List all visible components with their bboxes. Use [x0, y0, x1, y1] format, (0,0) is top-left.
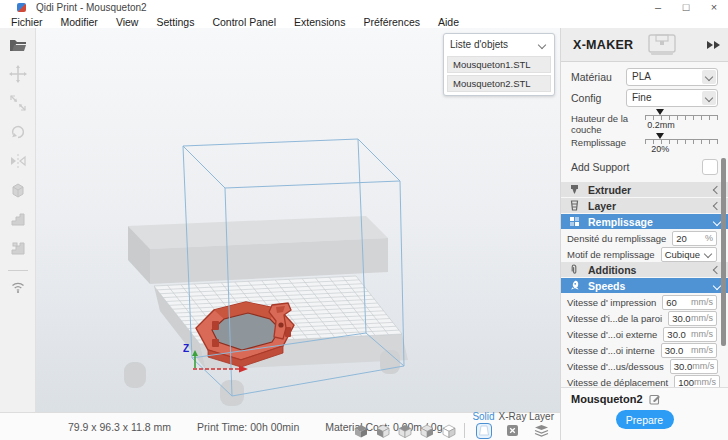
- support-blocker-icon[interactable]: [8, 210, 28, 228]
- infill-density-field[interactable]: 20 %: [672, 231, 717, 246]
- menu-modifier[interactable]: Modifier: [52, 16, 107, 28]
- section-additions[interactable]: Additions: [561, 262, 728, 277]
- toolbar-separator: [8, 270, 28, 271]
- speed-field[interactable]: 60 mm/s: [662, 295, 717, 310]
- infill-label: Remplissage: [571, 134, 645, 148]
- menu-view[interactable]: View: [107, 16, 148, 28]
- object-list-item[interactable]: Mousqueton1.STL: [447, 56, 551, 73]
- speed-value: 30.0: [665, 345, 684, 356]
- section-extruder[interactable]: Extruder: [561, 182, 728, 197]
- close-button[interactable]: ×: [700, 0, 728, 15]
- infill-slider[interactable]: 20%: [645, 139, 718, 144]
- object-list-item[interactable]: Mousqueton2.STL: [447, 75, 551, 92]
- config-select-button[interactable]: [702, 91, 716, 105]
- layer-height-value: 0.2mm: [647, 120, 675, 130]
- solid-label[interactable]: Solid: [469, 411, 498, 422]
- section-label: Speeds: [588, 280, 625, 292]
- section-remplissage[interactable]: Remplissage: [561, 214, 728, 229]
- view-front-icon[interactable]: [372, 424, 394, 438]
- view-right-icon[interactable]: [438, 424, 460, 438]
- layer-label[interactable]: Layer: [527, 411, 556, 422]
- open-file-icon[interactable]: [8, 36, 28, 54]
- move-icon[interactable]: [8, 65, 28, 83]
- add-support-row: Add Support: [561, 157, 728, 177]
- speed-field[interactable]: 30.0 mm/s: [663, 327, 717, 342]
- menu-settings[interactable]: Settings: [147, 16, 203, 28]
- material-select-button[interactable]: [702, 70, 716, 84]
- settings-scrollbar[interactable]: [721, 158, 726, 346]
- chevron-down-icon: [704, 250, 712, 258]
- speed-row: Vitesse d'...oi externe 30.0 mm/s: [561, 326, 728, 342]
- config-row: Config Fine: [561, 87, 728, 108]
- speed-field[interactable]: 30.0 mm/s: [670, 359, 719, 374]
- section-label: Remplissage: [588, 216, 653, 228]
- speed-label: Vitesse d'...oi externe: [567, 329, 663, 340]
- infill-pattern-label: Motif de remplissage: [567, 249, 661, 260]
- menu-fichier[interactable]: Fichier: [2, 16, 52, 28]
- infill-slider-handle[interactable]: [656, 133, 664, 143]
- minimize-button[interactable]: –: [644, 0, 672, 15]
- infill-density-value: 20: [676, 233, 687, 244]
- title-bar: Qidi Print - Mousqueton2 – □ ×: [0, 0, 728, 15]
- material-label: Matériau: [571, 71, 626, 83]
- layer-view-icon: [534, 424, 549, 437]
- section-speeds[interactable]: Speeds: [561, 278, 728, 293]
- layer-view-button[interactable]: [527, 424, 556, 437]
- speed-field[interactable]: 30.0 mm/s: [661, 343, 717, 358]
- infill-value: 20%: [651, 144, 669, 154]
- settings-sections: Extruder Layer Remplissage Densité du re…: [561, 182, 728, 413]
- solid-view-button[interactable]: [469, 423, 498, 439]
- object-list-panel: Liste d'objets Mousqueton1.STL Mousqueto…: [443, 33, 555, 96]
- chevron-down-icon[interactable]: [538, 40, 546, 48]
- viewport-3d[interactable]: Z Liste d'objets Mousqueton1.STL Mousque…: [36, 28, 560, 412]
- menu-extensions[interactable]: Extensions: [285, 16, 354, 28]
- speed-unit: mm/s: [691, 329, 713, 339]
- infill-pattern-value: Cubique: [665, 249, 700, 260]
- layer-height-slider-handle[interactable]: [656, 109, 664, 119]
- view-left-icon[interactable]: [416, 424, 438, 438]
- object-list-header[interactable]: Liste d'objets: [447, 37, 551, 54]
- scale-icon[interactable]: [8, 94, 28, 112]
- section-layer[interactable]: Layer: [561, 198, 728, 213]
- settings-panel: X-MAKER Matériau PLA Config Fine Hauteur…: [560, 28, 728, 440]
- speed-row: Vitesse d'...us/dessous 30.0 mm/s: [561, 358, 728, 374]
- speed-value: 100: [678, 377, 694, 388]
- collapse-panel-icon[interactable]: [706, 41, 720, 49]
- menu-control-panel[interactable]: Control Panel: [203, 16, 285, 28]
- section-label: Additions: [588, 264, 636, 276]
- left-toolbar: [0, 28, 36, 412]
- layer-height-slider[interactable]: 0.2mm: [645, 115, 718, 120]
- app-icon: [17, 3, 26, 12]
- speed-label: Vitesse d'i...de la paroi: [567, 313, 668, 324]
- wifi-icon[interactable]: [8, 277, 28, 295]
- prepare-button[interactable]: Prepare: [616, 410, 674, 429]
- view-mode-separator: [464, 423, 465, 438]
- xray-view-button[interactable]: [498, 424, 527, 437]
- rocket-icon: [569, 280, 581, 291]
- mirror-icon[interactable]: [8, 152, 28, 170]
- additions-icon: [569, 264, 581, 275]
- add-support-label: Add Support: [571, 161, 629, 173]
- config-select[interactable]: Fine: [626, 89, 718, 107]
- edit-job-name-icon[interactable]: [649, 393, 661, 405]
- view-3d-icon[interactable]: [350, 424, 372, 438]
- custom-supports-icon[interactable]: [8, 239, 28, 257]
- maximize-button[interactable]: □: [672, 0, 700, 15]
- job-panel: Mousqueton2 Prepare: [561, 387, 728, 440]
- infill-pattern-select[interactable]: Cubique: [661, 247, 717, 262]
- speed-unit: mm/s: [691, 345, 713, 355]
- printer-icon: [647, 33, 677, 57]
- chevron-down-icon: [713, 281, 721, 289]
- view-top-icon[interactable]: [394, 424, 416, 438]
- menu-preferences[interactable]: Préférences: [354, 16, 429, 28]
- rotate-icon[interactable]: [8, 123, 28, 141]
- xray-label[interactable]: X-Ray: [498, 411, 527, 422]
- model-dimensions: 79.9 x 96.3 x 11.8 mm: [68, 421, 171, 433]
- layer-height-label: Hauteur de la couche: [571, 110, 645, 135]
- material-select[interactable]: PLA: [626, 68, 718, 86]
- menu-aide[interactable]: Aide: [429, 16, 468, 28]
- speed-field[interactable]: 30.0 mm/s: [668, 311, 717, 326]
- add-support-checkbox[interactable]: [702, 159, 718, 175]
- layer-icon: [569, 200, 581, 211]
- per-model-settings-icon[interactable]: [8, 181, 28, 199]
